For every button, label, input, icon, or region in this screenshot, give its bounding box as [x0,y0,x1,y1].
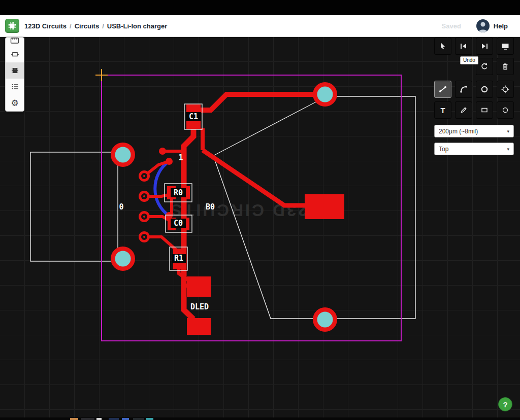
app-window: 123D Circuits/Circuits/USB-Li-Ion charge… [0,0,520,420]
chevron-down-icon: ▾ [507,147,509,152]
ellipse-tool-icon [501,106,509,114]
undo-button[interactable] [476,58,493,75]
person-icon [476,19,490,32]
taskbar-fragment [109,418,119,420]
layer-value: Top [439,146,448,153]
taskbar-fragment [96,418,102,420]
via-target-icon [501,85,509,93]
view-switcher-toolbar: ⚙ [5,37,24,112]
layer-select[interactable]: Top ▾ [434,143,514,155]
breadcrumb-section[interactable]: Circuits [75,22,99,30]
dled-pad-2 [187,318,211,335]
tool-settings[interactable]: ⚙ [6,95,24,111]
trace-tool-button[interactable] [434,81,451,98]
trash-icon [501,62,509,71]
chevron-down-icon: ▾ [507,129,509,134]
undo-tooltip: Undo [460,56,478,64]
text-tool-button[interactable]: T [434,101,451,119]
skip-forward-icon [480,42,489,50]
trace-width-value: 200µm (~8mil) [439,128,478,135]
pencil-icon [460,106,468,114]
tool-bom[interactable] [6,79,24,95]
jump-start-button[interactable] [455,38,472,55]
th-pad [139,211,150,222]
skip-back-icon [460,42,468,50]
breadboard-icon [10,38,19,45]
list-icon [11,83,19,91]
via-tool-button[interactable] [497,81,514,98]
chip-logo-icon [8,21,17,30]
trace-tool-icon [439,85,447,93]
arc-tool-button[interactable] [455,81,472,98]
breadcrumb-separator: / [70,22,72,30]
breadcrumb-app[interactable]: 123D Circuits [24,22,67,30]
label-c0: C0 [174,219,183,228]
breadcrumb-project: USB-Li-Ion charger [107,22,167,30]
dled-pad-1 [187,276,211,297]
fullscreen-button[interactable] [497,38,514,55]
taskbar-fragment [146,418,153,420]
resistor-icon [11,50,19,58]
drill-pad [313,82,337,107]
taskbar-fragment [133,418,144,420]
app-logo[interactable] [5,19,19,33]
undo-icon [480,62,489,71]
label-one: 1 [178,153,183,162]
trace-width-select[interactable]: 200µm (~8mil) ▾ [434,125,514,137]
fullscreen-icon [501,42,509,50]
label-b0: B0 [206,202,215,212]
tool-pcb[interactable] [6,62,24,79]
drill-pad [313,307,337,332]
cursor-icon [439,42,447,50]
th-pad [139,170,150,182]
rect-tool-button[interactable] [476,101,493,119]
breadcrumb: 123D Circuits/Circuits/USB-Li-Ion charge… [24,22,167,30]
help-link[interactable]: Help [494,22,508,30]
app-header: 123D Circuits/Circuits/USB-Li-Ion charge… [0,15,520,37]
label-c1: C1 [189,112,198,121]
breadcrumb-separator: / [102,22,104,30]
circle-tool-icon [480,85,489,93]
user-avatar[interactable] [476,19,490,32]
taskbar-fragment [70,418,78,420]
label-r1: R1 [174,254,183,263]
help-fab-button[interactable]: ? [498,397,512,411]
tool-schematic[interactable] [6,46,24,62]
arc-tool-icon [460,85,468,93]
rectangle-tool-icon [480,106,489,114]
delete-button[interactable] [497,58,514,75]
question-mark-icon: ? [503,400,507,409]
th-pad [139,191,150,202]
label-zero: 0 [119,202,123,212]
browser-chrome-strip [0,0,520,15]
label-dled: DLED [190,302,209,311]
jump-end-button[interactable] [476,38,493,55]
taskbar-sliver [0,417,520,420]
circle-tool-button[interactable] [476,81,493,98]
text-tool-icon: T [440,106,445,115]
label-r0: R0 [174,188,183,197]
drill-pad [111,247,135,271]
chip-icon [11,66,19,75]
ellipse-tool-button[interactable] [497,101,514,119]
th-pad [139,231,150,242]
b0-pad [305,194,344,219]
saved-status: Saved [442,22,461,30]
tool-breadboard[interactable] [6,38,24,46]
taskbar-fragment [122,418,129,420]
taskbar-fragment [81,418,94,420]
pencil-tool-button[interactable] [455,101,472,119]
gear-icon: ⚙ [11,99,18,108]
select-tool-button[interactable] [434,38,451,55]
drill-pad [111,143,135,167]
